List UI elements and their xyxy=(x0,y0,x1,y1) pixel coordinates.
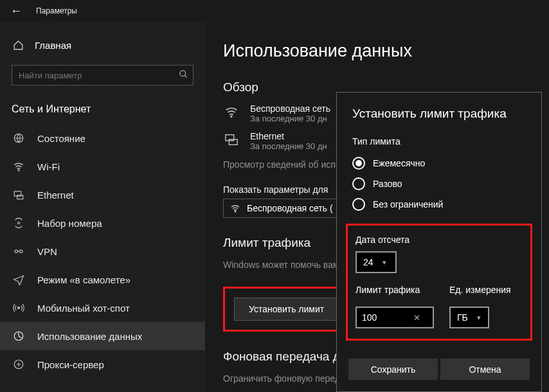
sidebar-item-hotspot[interactable]: Мобильный хот-спот xyxy=(0,294,205,322)
search-input[interactable] xyxy=(12,65,194,85)
svg-point-16 xyxy=(235,211,235,211)
date-label: Дата отсчета xyxy=(356,235,523,245)
back-arrow-icon[interactable]: ← xyxy=(10,4,22,18)
save-button[interactable]: Сохранить xyxy=(348,359,438,380)
svg-point-8 xyxy=(20,250,23,253)
topbar: ← Параметры xyxy=(0,0,549,22)
sidebar-home-label: Главная xyxy=(35,40,71,51)
limit-input[interactable] xyxy=(362,312,413,323)
svg-point-7 xyxy=(15,250,18,253)
dialup-icon xyxy=(12,217,26,229)
limit-input-wrap: ✕ xyxy=(356,307,434,328)
radio-icon xyxy=(352,198,365,211)
ethernet-icon xyxy=(12,189,26,200)
wifi-icon xyxy=(223,103,240,123)
sidebar-item-label: Состояние xyxy=(37,133,86,144)
home-icon xyxy=(12,40,24,51)
svg-point-0 xyxy=(180,71,186,76)
limit-amount-label: Лимит трафика xyxy=(356,285,434,295)
svg-point-13 xyxy=(231,116,232,117)
svg-line-1 xyxy=(184,75,186,77)
app-title: Параметры xyxy=(36,6,77,15)
sidebar: Главная Сеть и Интернет Состояние Wi-Fi … xyxy=(0,22,205,392)
search-icon[interactable] xyxy=(179,69,188,79)
network-label: Беспроводная сеть xyxy=(250,103,330,114)
network-label: Ethernet xyxy=(250,131,327,141)
sidebar-item-vpn[interactable]: VPN xyxy=(0,237,205,265)
network-sub: За последние 30 дн xyxy=(250,114,330,123)
radio-icon xyxy=(352,157,365,170)
radio-once[interactable]: Разово xyxy=(352,174,526,194)
date-value: 24 xyxy=(363,257,374,267)
radio-label: Разово xyxy=(373,179,402,189)
sidebar-item-label: Режим «в самолете» xyxy=(37,274,130,285)
status-icon xyxy=(12,132,26,144)
sidebar-item-wifi[interactable]: Wi-Fi xyxy=(0,152,205,181)
svg-point-10 xyxy=(18,307,20,309)
sidebar-item-label: Ethernet xyxy=(37,190,74,200)
sidebar-item-proxy[interactable]: Прокси-сервер xyxy=(0,350,205,379)
sidebar-item-label: Мобильный хот-спот xyxy=(37,303,130,314)
sidebar-item-label: Wi-Fi xyxy=(37,161,60,172)
sidebar-item-airplane[interactable]: Режим «в самолете» xyxy=(0,265,205,294)
hotspot-icon xyxy=(12,302,26,314)
wifi-icon xyxy=(230,203,240,213)
sidebar-category: Сеть и Интернет xyxy=(0,97,205,124)
radio-monthly[interactable]: Ежемесячно xyxy=(352,153,526,174)
sidebar-home[interactable]: Главная xyxy=(0,33,205,57)
chevron-down-icon: ▾ xyxy=(382,258,386,267)
svg-point-3 xyxy=(18,170,19,171)
highlight-dialog-fields: Дата отсчета 24 ▾ Лимит трафика ✕ Ед. из… xyxy=(346,224,532,341)
set-limit-button[interactable]: Установить лимит xyxy=(234,298,339,321)
svg-rect-5 xyxy=(17,195,23,199)
sidebar-item-dialup[interactable]: Набор номера xyxy=(0,209,205,237)
show-for-value: Беспроводная сеть ( xyxy=(247,203,333,213)
sidebar-item-status[interactable]: Состояние xyxy=(0,124,205,152)
date-select[interactable]: 24 ▾ xyxy=(356,251,397,273)
radio-unlimited[interactable]: Без ограничений xyxy=(352,194,526,215)
airplane-icon xyxy=(12,274,26,285)
vpn-icon xyxy=(12,245,26,257)
dialog-title: Установить лимит трафика xyxy=(352,107,526,121)
highlight-set-limit: Установить лимит xyxy=(223,287,350,332)
clear-icon[interactable]: ✕ xyxy=(413,313,420,323)
sidebar-item-ethernet[interactable]: Ethernet xyxy=(0,181,205,209)
svg-point-6 xyxy=(18,222,20,224)
radio-label: Без ограничений xyxy=(373,199,443,209)
proxy-icon xyxy=(12,359,26,370)
radio-label: Ежемесячно xyxy=(373,158,425,168)
unit-value: ГБ xyxy=(457,312,468,323)
sidebar-item-label: Использование данных xyxy=(37,331,142,342)
radio-icon xyxy=(352,177,365,190)
wifi-icon xyxy=(12,161,26,172)
ethernet-icon xyxy=(223,131,240,151)
search-input-wrap xyxy=(12,65,194,85)
cancel-button[interactable]: Отмена xyxy=(440,359,530,380)
chevron-down-icon: ▾ xyxy=(477,314,481,322)
network-sub: За последние 30 дн xyxy=(250,141,327,151)
datausage-icon xyxy=(12,330,26,342)
unit-label: Ед. измерения xyxy=(449,285,511,295)
set-limit-dialog: Установить лимит трафика Тип лимита Ежем… xyxy=(336,92,542,392)
sidebar-item-label: Набор номера xyxy=(37,218,102,229)
page-title: Использование данных xyxy=(223,41,549,61)
unit-select[interactable]: ГБ ▾ xyxy=(449,307,489,328)
sidebar-item-label: VPN xyxy=(37,246,57,257)
sidebar-item-datausage[interactable]: Использование данных xyxy=(0,322,205,350)
limit-type-label: Тип лимита xyxy=(352,136,526,147)
show-for-dropdown[interactable]: Беспроводная сеть ( xyxy=(223,199,340,218)
sidebar-item-label: Прокси-сервер xyxy=(37,359,104,370)
